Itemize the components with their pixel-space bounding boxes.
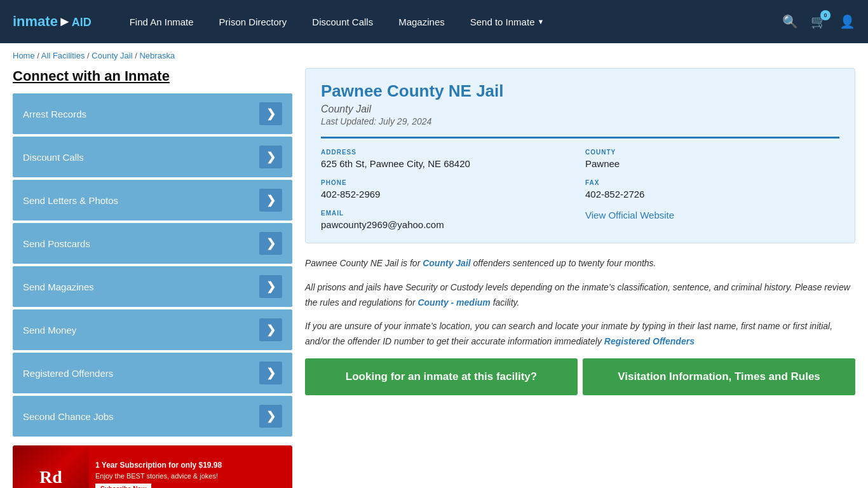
facility-title: Pawnee County NE Jail xyxy=(321,81,839,101)
sidebar-item-label: Registered Offenders xyxy=(23,368,113,379)
main-header: inmate►AID Find An Inmate Prison Directo… xyxy=(0,0,868,43)
address-label: ADDRESS xyxy=(321,149,575,156)
ad-logo-area: Rd xyxy=(13,445,89,488)
breadcrumb-all-facilities[interactable]: All Facilities xyxy=(41,51,85,60)
arrow-icon: ❯ xyxy=(259,146,282,168)
logo[interactable]: inmate►AID xyxy=(13,13,92,30)
sidebar-item-label: Send Magazines xyxy=(23,281,94,292)
ad-image: Rd 1 Year Subscription for only $19.98 E… xyxy=(13,445,292,488)
cart-badge: 0 xyxy=(820,10,831,20)
sidebar-item-send-letters[interactable]: Send Letters & Photos ❯ xyxy=(13,180,292,220)
description-p2: All prisons and jails have Security or C… xyxy=(305,280,855,311)
breadcrumb: Home / All Facilities / County Jail / Ne… xyxy=(0,43,868,68)
sidebar-item-arrest-records[interactable]: Arrest Records ❯ xyxy=(13,93,292,134)
sidebar-item-label: Send Letters & Photos xyxy=(23,195,118,206)
facility-type: County Jail xyxy=(321,104,839,115)
ad-subtitle: Enjoy the BEST stories, advice & jokes! xyxy=(95,472,286,480)
sidebar-item-label: Second Chance Jobs xyxy=(23,411,114,422)
phone-value: 402-852-2969 xyxy=(321,189,575,200)
email-cell: EMAIL pawcounty2969@yahoo.com xyxy=(321,210,575,230)
sidebar-title: Connect with an Inmate xyxy=(13,68,292,85)
fax-cell: FAX 402-852-2726 xyxy=(585,179,839,200)
phone-cell: PHONE 402-852-2969 xyxy=(321,179,575,200)
website-cell: View Official Website xyxy=(585,210,839,230)
registered-offenders-link[interactable]: Registered Offenders xyxy=(604,336,695,346)
dropdown-arrow-icon: ▼ xyxy=(537,18,544,25)
sidebar-item-label: Send Money xyxy=(23,325,76,336)
search-icon[interactable]: 🔍 xyxy=(782,14,798,29)
sidebar: Connect with an Inmate Arrest Records ❯ … xyxy=(13,68,292,488)
sidebar-item-discount-calls[interactable]: Discount Calls ❯ xyxy=(13,137,292,177)
county-label: COUNTY xyxy=(585,149,839,156)
arrow-icon: ❯ xyxy=(259,189,282,212)
nav-discount-calls[interactable]: Discount Calls xyxy=(312,17,373,27)
description-p3: If you are unsure of your inmate’s locat… xyxy=(305,319,855,349)
view-official-website-link[interactable]: View Official Website xyxy=(585,210,674,220)
main-nav: Find An Inmate Prison Directory Discount… xyxy=(130,17,757,27)
arrow-icon: ❯ xyxy=(259,318,282,341)
header-icons: 🔍 🛒 0 👤 xyxy=(782,14,855,29)
main-layout: Connect with an Inmate Arrest Records ❯ … xyxy=(0,68,868,488)
nav-magazines[interactable]: Magazines xyxy=(398,17,445,27)
sidebar-item-label: Discount Calls xyxy=(23,152,84,163)
sidebar-menu: Arrest Records ❯ Discount Calls ❯ Send L… xyxy=(13,93,292,437)
user-icon[interactable]: 👤 xyxy=(839,14,855,29)
email-value: pawcounty2969@yahoo.com xyxy=(321,219,575,230)
ad-subscribe-button[interactable]: Subscribe Now xyxy=(95,484,151,489)
logo-text: inmate►AID xyxy=(13,13,92,30)
county-jail-link[interactable]: County Jail xyxy=(423,258,470,268)
county-value: Pawnee xyxy=(585,158,839,169)
sidebar-item-second-chance-jobs[interactable]: Second Chance Jobs ❯ xyxy=(13,396,292,437)
description-p1: Pawnee County NE Jail is for County Jail… xyxy=(305,256,855,271)
sidebar-item-label: Arrest Records xyxy=(23,109,86,119)
visitation-info-button[interactable]: Visitation Information, Times and Rules xyxy=(583,358,855,395)
nav-prison-directory[interactable]: Prison Directory xyxy=(219,17,287,27)
fax-value: 402-852-2726 xyxy=(585,189,839,200)
arrow-icon: ❯ xyxy=(259,232,282,255)
sidebar-item-send-magazines[interactable]: Send Magazines ❯ xyxy=(13,266,292,307)
sidebar-item-send-postcards[interactable]: Send Postcards ❯ xyxy=(13,223,292,264)
facility-card: Pawnee County NE Jail County Jail Last U… xyxy=(305,68,855,243)
sidebar-item-send-money[interactable]: Send Money ❯ xyxy=(13,309,292,350)
fax-label: FAX xyxy=(585,179,839,186)
address-value: 625 6th St, Pawnee City, NE 68420 xyxy=(321,158,575,169)
breadcrumb-state[interactable]: Nebraska xyxy=(139,51,175,60)
facility-updated: Last Updated: July 29, 2024 xyxy=(321,116,839,126)
phone-label: PHONE xyxy=(321,179,575,186)
cart-icon[interactable]: 🛒 0 xyxy=(811,14,827,29)
arrow-icon: ❯ xyxy=(259,102,282,125)
main-content: Pawnee County NE Jail County Jail Last U… xyxy=(305,68,855,488)
breadcrumb-home[interactable]: Home xyxy=(13,51,35,60)
arrow-icon: ❯ xyxy=(259,405,282,428)
arrow-icon: ❯ xyxy=(259,275,282,298)
nav-send-to-inmate[interactable]: Send to Inmate ▼ xyxy=(470,17,545,27)
facility-description: Pawnee County NE Jail is for County Jail… xyxy=(305,256,855,349)
facility-info-grid: ADDRESS 625 6th St, Pawnee City, NE 6842… xyxy=(321,137,839,230)
arrow-icon: ❯ xyxy=(259,362,282,384)
find-inmate-button[interactable]: Looking for an inmate at this facility? xyxy=(305,358,578,395)
county-cell: COUNTY Pawnee xyxy=(585,149,839,169)
sidebar-item-label: Send Postcards xyxy=(23,238,90,249)
address-cell: ADDRESS 625 6th St, Pawnee City, NE 6842… xyxy=(321,149,575,169)
ad-title: 1 Year Subscription for only $19.98 xyxy=(95,461,286,470)
email-label: EMAIL xyxy=(321,210,575,217)
nav-find-inmate[interactable]: Find An Inmate xyxy=(130,17,194,27)
breadcrumb-county-jail[interactable]: County Jail xyxy=(92,51,132,60)
bottom-buttons: Looking for an inmate at this facility? … xyxy=(305,358,855,395)
county-medium-link[interactable]: County - medium xyxy=(417,297,490,308)
sidebar-item-registered-offenders[interactable]: Registered Offenders ❯ xyxy=(13,353,292,393)
ad-content: 1 Year Subscription for only $19.98 Enjo… xyxy=(89,445,292,488)
advertisement[interactable]: Rd 1 Year Subscription for only $19.98 E… xyxy=(13,445,292,488)
readers-digest-logo: Rd xyxy=(39,467,62,487)
